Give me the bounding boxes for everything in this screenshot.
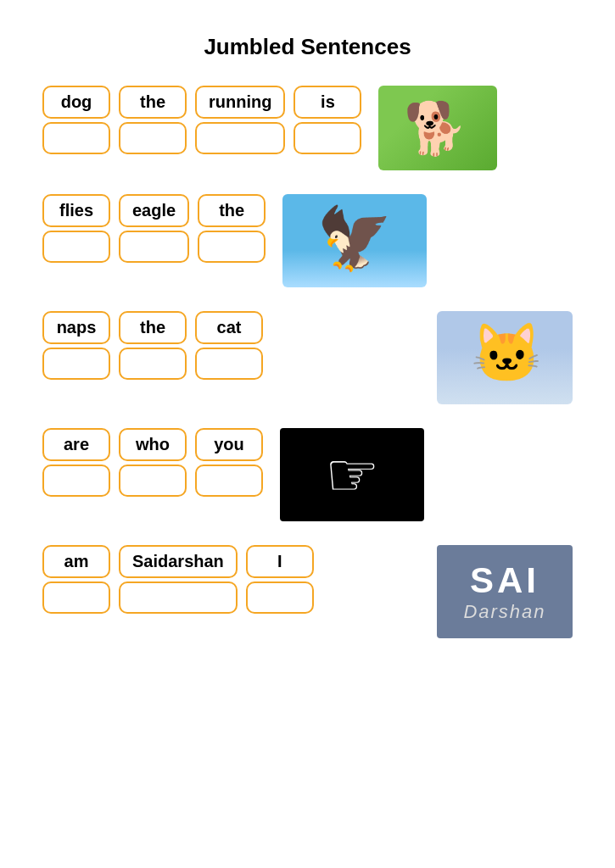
word-label: is (294, 86, 361, 119)
answer-box[interactable] (42, 348, 110, 380)
answer-box[interactable] (246, 581, 314, 614)
answer-box[interactable] (119, 581, 238, 614)
word-card: the (119, 311, 187, 380)
answer-box[interactable] (42, 231, 110, 263)
word-card: you (195, 428, 263, 497)
row-4-words: are who you (42, 428, 263, 497)
word-card: Saidarshan (119, 545, 238, 614)
hand-image (280, 428, 424, 521)
row-2: flies eagle the (42, 194, 573, 287)
answer-box[interactable] (119, 348, 187, 380)
word-label: am (42, 545, 110, 578)
word-label: naps (42, 311, 110, 344)
answer-box[interactable] (42, 581, 110, 614)
row-3-image (437, 311, 573, 404)
answer-box[interactable] (42, 465, 110, 497)
word-label: eagle (119, 194, 189, 227)
sai-logo-sub: Darshan (463, 601, 545, 623)
eagle-image (282, 194, 427, 287)
word-label: the (119, 86, 187, 119)
row-1-words: dog the running is (42, 86, 361, 154)
answer-box[interactable] (119, 231, 189, 263)
answer-box[interactable] (119, 465, 187, 497)
word-card: cat (195, 311, 263, 380)
answer-box[interactable] (198, 231, 266, 263)
row-3-words: naps the cat (42, 311, 263, 380)
word-card: I (246, 545, 314, 614)
row-1-image (378, 86, 497, 170)
row-5-words: am Saidarshan I (42, 545, 314, 614)
sai-darshan-image: SAI Darshan (437, 545, 573, 638)
word-card: dog (42, 86, 110, 154)
word-card: the (198, 194, 266, 263)
answer-box[interactable] (42, 122, 110, 154)
row-2-image (282, 194, 427, 287)
word-label: dog (42, 86, 110, 119)
row-1: dog the running is (42, 86, 573, 170)
word-label: running (195, 86, 285, 119)
word-card: flies (42, 194, 110, 263)
dog-image (378, 86, 497, 170)
cat-image (437, 311, 573, 404)
word-label: I (246, 545, 314, 578)
row-3: naps the cat (42, 311, 573, 404)
word-label: cat (195, 311, 263, 344)
word-card: who (119, 428, 187, 497)
word-card: running (195, 86, 285, 154)
word-label: flies (42, 194, 110, 227)
word-card: eagle (119, 194, 189, 263)
word-card: is (294, 86, 361, 154)
word-card: am (42, 545, 110, 614)
answer-box[interactable] (195, 348, 263, 380)
page: Jumbled Sentences dog the running is (0, 0, 615, 868)
word-card: naps (42, 311, 110, 380)
row-2-words: flies eagle the (42, 194, 266, 263)
word-label: you (195, 428, 263, 461)
word-card: the (119, 86, 187, 154)
word-label: are (42, 428, 110, 461)
word-label: the (119, 311, 187, 344)
row-5-image: SAI Darshan (437, 545, 573, 638)
word-card: are (42, 428, 110, 497)
word-label: Saidarshan (119, 545, 238, 578)
word-label: the (198, 194, 266, 227)
row-5: am Saidarshan I SAI Darshan (42, 545, 573, 638)
sai-logo-main: SAI (470, 560, 540, 601)
answer-box[interactable] (195, 122, 285, 154)
row-4-image (280, 428, 424, 521)
answer-box[interactable] (195, 465, 263, 497)
row-4: are who you (42, 428, 573, 521)
word-label: who (119, 428, 187, 461)
answer-box[interactable] (294, 122, 361, 154)
answer-box[interactable] (119, 122, 187, 154)
page-title: Jumbled Sentences (42, 34, 573, 60)
